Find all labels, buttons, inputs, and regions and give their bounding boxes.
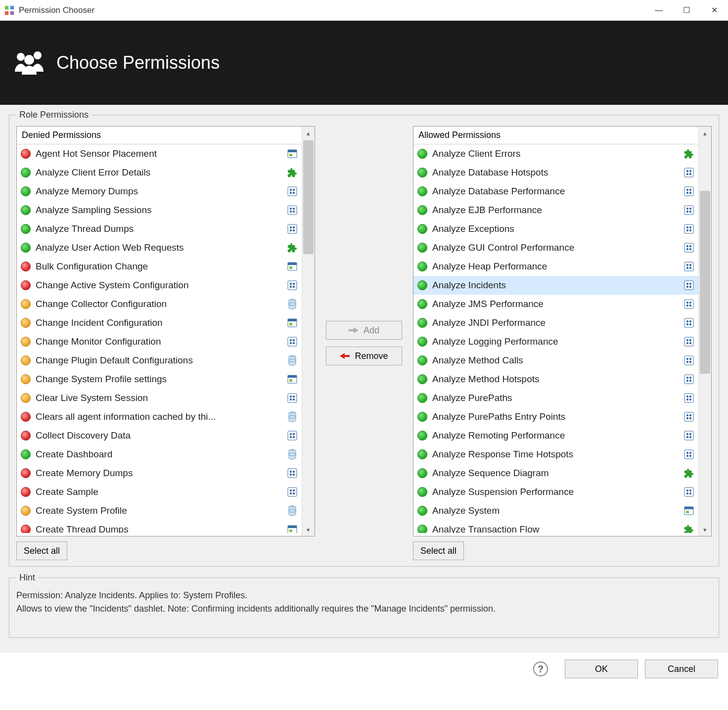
remove-button[interactable]: Remove [326,347,402,365]
svg-point-156 [689,455,691,457]
scroll-thumb[interactable] [303,140,314,254]
green-dot-icon [417,337,427,347]
permission-row[interactable]: Clear Live System Session [17,389,302,407]
permission-row[interactable]: Analyze Database Performance [413,182,698,201]
allowed-select-all-button[interactable]: Select all [413,541,464,560]
help-icon[interactable]: ? [533,662,548,676]
permission-row[interactable]: Analyze GUI Control Performance [413,238,698,257]
scroll-down-icon[interactable]: ▾ [302,523,315,536]
permission-row[interactable]: Change Incident Configuration [17,313,302,332]
permission-row[interactable]: Analyze User Action Web Requests [17,238,302,257]
blue-icon [287,430,298,441]
allowed-scrollbar[interactable]: ▴ ▾ [698,127,711,536]
cancel-button[interactable]: Cancel [645,660,718,678]
permission-row[interactable]: Create Dashboard [17,445,302,464]
orange-dot-icon [21,374,31,384]
permission-row[interactable]: Create Memory Dumps [17,464,302,483]
permission-row[interactable]: Analyze Transaction Flow [413,520,698,533]
svg-point-19 [293,211,295,213]
permission-row[interactable]: Analyze Method Hotspots [413,370,698,389]
blue-icon [683,374,694,385]
permission-row[interactable]: Agent Hot Sensor Placement [17,144,302,163]
blue-icon [287,280,298,291]
permission-row[interactable]: Analyze System [413,501,698,520]
svg-point-71 [293,492,295,494]
permission-row[interactable]: Change Plugin Default Configurations [17,351,302,370]
denied-header: Denied Permissions [17,127,302,144]
permission-label: Change Active System Configuration [36,280,287,291]
permission-label: Create System Profile [36,505,287,516]
svg-point-56 [290,433,292,435]
green-dot-icon [417,299,427,309]
permission-row[interactable]: Analyze Logging Performance [413,332,698,351]
scroll-thumb[interactable] [700,191,710,374]
svg-point-129 [689,358,691,360]
svg-point-126 [689,342,691,344]
svg-point-59 [293,436,295,438]
permission-row[interactable]: Change Monitor Configuration [17,332,302,351]
permission-row[interactable]: Create Sample [17,483,302,501]
permission-row[interactable]: Create System Profile [17,501,302,520]
permission-row[interactable]: Analyze Sampling Sessions [17,201,302,220]
blue-icon [683,167,694,178]
db-icon [287,411,298,422]
permission-row[interactable]: Analyze Client Errors [413,144,698,163]
svg-rect-0 [5,5,8,9]
svg-point-79 [689,170,691,172]
permission-row[interactable]: Bulk Configuration Change [17,257,302,276]
permission-row[interactable]: Analyze JNDI Performance [413,313,698,332]
permission-row[interactable]: Analyze Memory Dumps [17,182,302,201]
permission-row[interactable]: Analyze JMS Performance [413,295,698,313]
permission-row[interactable]: Analyze PurePaths Entry Points [413,407,698,426]
permission-row[interactable]: Analyze Client Error Details [17,163,302,182]
permission-row[interactable]: Change Collector Configuration [17,295,302,313]
permission-row[interactable]: Analyze EJB Performance [413,201,698,220]
svg-point-149 [689,433,691,435]
permission-row[interactable]: Analyze Remoting Performance [413,426,698,445]
permission-row[interactable]: Analyze PurePaths [413,389,698,407]
allowed-listbox[interactable]: Allowed Permissions Analyze Client Error… [413,127,698,536]
permission-row[interactable]: Analyze Method Calls [413,351,698,370]
denied-scrollbar[interactable]: ▴ ▾ [302,127,315,536]
permission-row[interactable]: Create Thread Dumps [17,520,302,533]
permission-row[interactable]: Analyze Thread Dumps [17,220,302,238]
close-button[interactable]: ✕ [700,0,728,21]
svg-point-91 [689,211,691,213]
minimize-button[interactable]: — [645,0,673,21]
permission-label: Analyze Thread Dumps [36,223,287,234]
arrow-left-icon [340,352,350,360]
permission-row[interactable]: Analyze Sequence Diagram [413,464,698,483]
green-dot-icon [417,280,427,290]
permission-label: Analyze Sequence Diagram [432,468,683,479]
denied-select-all-button[interactable]: Select all [16,541,67,560]
permission-label: Analyze Logging Performance [432,336,683,347]
permission-row[interactable]: Collect Discovery Data [17,426,302,445]
scroll-up-icon[interactable]: ▴ [699,127,711,139]
permission-row[interactable]: Analyze Response Time Hotspots [413,445,698,464]
permission-row[interactable]: Analyze Suspension Performance [413,483,698,501]
permission-label: Analyze Incidents [432,280,683,291]
ok-button[interactable]: OK [565,660,638,678]
permission-row[interactable]: Analyze Incidents [413,276,698,295]
permission-row[interactable]: Change Active System Configuration [17,276,302,295]
svg-point-145 [686,417,688,419]
scroll-up-icon[interactable]: ▴ [302,127,315,139]
svg-point-23 [290,229,292,231]
blue-icon [683,336,694,347]
scroll-down-icon[interactable]: ▾ [699,523,711,536]
blue-icon [287,393,298,403]
svg-point-24 [293,229,295,231]
permission-row[interactable]: Change System Profile settings [17,370,302,389]
hint-line-2: Allows to view the "Incidents" dashlet. … [16,602,712,616]
permission-row[interactable]: Analyze Heap Performance [413,257,698,276]
permission-row[interactable]: Analyze Exceptions [413,220,698,238]
permission-row[interactable]: Analyze Database Hotspots [413,163,698,182]
svg-point-16 [290,208,292,210]
denied-listbox[interactable]: Denied Permissions Agent Hot Sensor Plac… [17,127,302,536]
maximize-button[interactable]: ☐ [673,0,700,21]
svg-point-96 [689,229,691,231]
svg-point-40 [293,339,295,341]
add-button[interactable]: Add [326,321,402,340]
permission-row[interactable]: Clears all agent information cached by t… [17,407,302,426]
blue-icon [683,205,694,216]
